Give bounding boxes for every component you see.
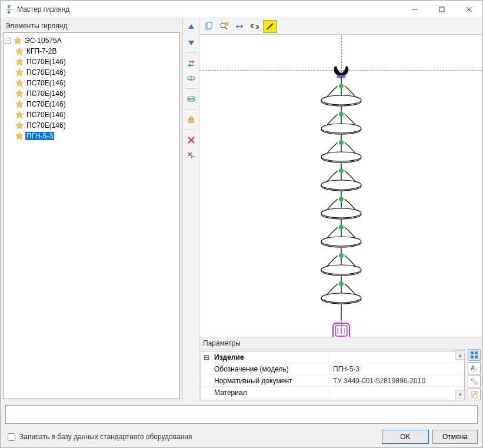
svg-marker-8: [14, 37, 21, 44]
element-icon: [15, 58, 24, 66]
highlight-button[interactable]: [263, 20, 277, 33]
tree-root-label: ЭС-10575А: [24, 36, 63, 45]
save-to-db-checkbox[interactable]: Записать в базу данных стандартного обор…: [5, 432, 192, 443]
property-name: Материал: [212, 389, 329, 397]
property-name: Обозначение (модель): [212, 365, 329, 373]
ok-button[interactable]: OK: [382, 430, 429, 444]
svg-marker-9: [16, 48, 23, 55]
svg-point-23: [188, 99, 195, 101]
tree-item[interactable]: ПС70Е(146): [15, 67, 178, 78]
svg-marker-13: [16, 90, 23, 97]
property-value[interactable]: ПГН-5-3: [329, 365, 464, 373]
property-row[interactable]: Нормативный документТУ 3449-001-52819896…: [201, 375, 464, 387]
svg-marker-35: [236, 25, 238, 28]
tree-item[interactable]: ПС70Е(146): [15, 78, 178, 88]
tree-header: Элементы гирлянд: [3, 21, 180, 31]
svg-point-42: [321, 95, 361, 105]
properties-grid[interactable]: ⊟ Изделие Обозначение (модель)ПГН-5-3Нор…: [201, 351, 465, 400]
delete-button[interactable]: [185, 134, 198, 147]
property-row[interactable]: Материал: [201, 387, 464, 399]
svg-point-52: [339, 197, 344, 201]
element-icon: [15, 89, 24, 98]
tree-item[interactable]: ПС70Е(146): [15, 99, 178, 109]
fit-horizontal-button[interactable]: [232, 20, 247, 33]
move-up-button[interactable]: [185, 21, 198, 34]
copy-button[interactable]: [202, 20, 216, 33]
svg-rect-70: [475, 351, 478, 354]
svg-point-57: [321, 237, 361, 246]
prop-cat-button[interactable]: [468, 349, 481, 361]
description-input[interactable]: [5, 405, 478, 424]
prop-filter-button[interactable]: [468, 376, 481, 387]
svg-marker-12: [16, 79, 23, 87]
zoom-button[interactable]: [217, 20, 231, 33]
svg-rect-71: [471, 356, 474, 359]
prop-sort-button[interactable]: A↓: [468, 362, 481, 374]
swap-button[interactable]: [185, 57, 198, 69]
svg-marker-36: [241, 25, 243, 28]
tree-item-label: ПС70Е(146): [25, 89, 67, 98]
element-icon: [15, 132, 24, 140]
element-icon: [15, 79, 24, 87]
svg-point-58: [339, 253, 344, 258]
tree-item[interactable]: ПС70Е(146): [15, 120, 178, 131]
svg-point-74: [475, 382, 477, 384]
maximize-button[interactable]: [428, 1, 455, 18]
tree-item[interactable]: ПС70Е(146): [15, 109, 178, 120]
properties-panel: Параметры ⊟ Изделие Обозначение (модель)…: [199, 337, 482, 401]
collapse-icon[interactable]: −: [5, 38, 11, 44]
move-down-button[interactable]: [185, 36, 198, 49]
svg-rect-72: [475, 356, 478, 359]
footer: Записать в базу данных стандартного обор…: [1, 426, 482, 447]
svg-marker-14: [16, 101, 23, 108]
svg-marker-15: [16, 111, 23, 118]
lock-button[interactable]: [185, 113, 198, 126]
save-to-db-input[interactable]: [8, 433, 15, 441]
element-icon: [15, 47, 24, 55]
tree-item[interactable]: ПГН-5-3: [15, 131, 178, 141]
add-disc-button[interactable]: [185, 72, 198, 85]
link-button[interactable]: [248, 20, 262, 33]
tree-root-node[interactable]: − ЭС-10575А: [5, 35, 178, 46]
tree-item-label: ПС70Е(146): [25, 111, 67, 119]
save-to-db-label: Записать в базу данных стандартного обор…: [19, 433, 192, 441]
app-icon: [4, 5, 14, 14]
preview-canvas[interactable]: [199, 35, 482, 337]
mid-toolbar: [183, 18, 199, 401]
svg-point-49: [339, 168, 344, 173]
add-disc2-button[interactable]: [185, 92, 198, 105]
svg-rect-69: [471, 351, 474, 354]
tree-item[interactable]: ПС70Е(146): [15, 88, 178, 99]
tree-view[interactable]: − ЭС-10575А КГП-7-2ВПС70Е(146)ПС70Е(146)…: [3, 32, 180, 399]
tree-item[interactable]: ПС70Е(146): [15, 57, 178, 67]
close-button[interactable]: [455, 1, 482, 18]
svg-point-31: [221, 23, 225, 28]
svg-rect-24: [189, 119, 194, 122]
svg-point-60: [321, 265, 361, 274]
property-row[interactable]: Обозначение (модель)ПГН-5-3: [201, 363, 464, 375]
scroll-up-button[interactable]: ▴: [455, 350, 465, 360]
svg-point-45: [321, 124, 361, 133]
delete-all-button[interactable]: [185, 149, 198, 162]
property-value[interactable]: ТУ 3449-001-52819896-2010: [329, 377, 464, 385]
tree-item-label: ПС70Е(146): [25, 100, 67, 108]
garland-drawing: [306, 61, 377, 337]
svg-point-22: [188, 97, 195, 99]
svg-rect-33: [225, 22, 228, 25]
group-collapse-icon[interactable]: ⊟: [201, 353, 212, 361]
prop-edit-button[interactable]: [468, 389, 481, 400]
svg-rect-1: [8, 11, 10, 14]
svg-line-75: [474, 381, 475, 382]
minimize-button[interactable]: [401, 1, 428, 18]
svg-point-63: [321, 293, 361, 303]
description-area: [1, 401, 482, 426]
svg-marker-11: [16, 69, 23, 76]
cancel-button[interactable]: Отмена: [432, 430, 478, 444]
tree-item[interactable]: КГП-7-2В: [15, 46, 178, 57]
window-title: Мастер гирлянд: [17, 5, 401, 14]
scroll-down-button[interactable]: ▾: [455, 390, 465, 399]
svg-point-51: [321, 180, 361, 190]
tree-item-label: ПГН-5-3: [25, 132, 54, 140]
svg-marker-17: [16, 132, 23, 140]
svg-line-37: [267, 24, 273, 29]
